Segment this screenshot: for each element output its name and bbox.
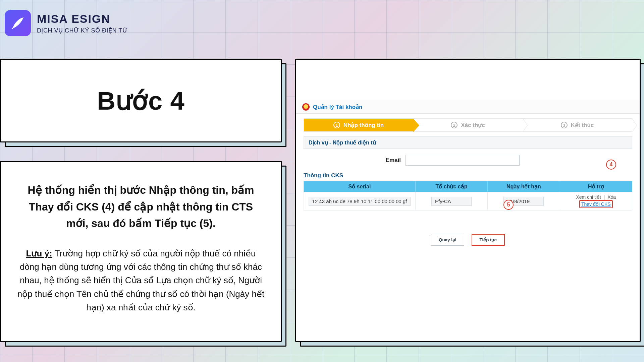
service-header: Dịch vụ - Nộp thuế điện tử xyxy=(304,136,632,149)
note-label: Lưu ý: xyxy=(26,248,52,258)
step-title-card: Bước 4 xyxy=(0,59,282,142)
step-label-1: Nhập thông tin xyxy=(343,122,384,129)
brand-tagline: DỊCH VỤ CHỮ KÝ SỐ ĐIỆN TỬ xyxy=(37,27,127,34)
step-number-1: 1 xyxy=(333,122,340,128)
quill-icon xyxy=(9,15,26,32)
panel-title: Quản lý Tài khoản xyxy=(313,104,363,111)
step-label-3: Kết thúc xyxy=(571,122,594,129)
col-serial: Số serial xyxy=(304,181,416,192)
email-label: Email xyxy=(381,157,401,164)
brand-logo xyxy=(5,10,31,36)
brand-name: MISA ESIGN xyxy=(37,12,127,25)
link-delete[interactable]: Xóa xyxy=(607,194,616,200)
tax-portal: Quản lý Tài khoản 1 Nhập thông tin 2 Xác… xyxy=(296,60,640,246)
col-issuer: Tổ chức cấp xyxy=(415,181,487,192)
step-title: Bước 4 xyxy=(97,86,185,116)
back-button[interactable]: Quay lại xyxy=(431,234,464,246)
link-view-detail[interactable]: Xem chi tiết xyxy=(576,194,601,200)
support-links: Xem chi tiết | Xóa Thay đổi CKS xyxy=(563,194,629,208)
email-input[interactable] xyxy=(406,155,520,166)
breadcrumb-step-3[interactable]: 3 Kết thúc xyxy=(523,119,632,131)
step-note: Lưu ý: Trường hợp chữ ký số của người nộ… xyxy=(16,247,265,314)
callout-4: 4 xyxy=(606,160,616,170)
cks-heading: Thông tin CKS xyxy=(304,172,632,179)
step-body-card: Hệ thống hiển thị bước Nhập thông tin, b… xyxy=(0,161,282,342)
panel-title-bar: Quản lý Tài khoản xyxy=(296,100,640,114)
cks-table: Số serial Tổ chức cấp Ngày hết hạn Hỗ tr… xyxy=(304,181,632,210)
separator: | xyxy=(602,194,606,200)
note-body: Trường hợp chữ ký số của người nộp thuế … xyxy=(17,248,264,312)
screenshot-card: Quản lý Tài khoản 1 Nhập thông tin 2 Xác… xyxy=(295,59,641,342)
link-change-cks[interactable]: Thay đổi CKS xyxy=(579,200,613,208)
button-row: Quay lại Tiếp tục xyxy=(296,234,640,246)
callout-5: 5 xyxy=(503,200,514,210)
breadcrumb: 1 Nhập thông tin 2 Xác thực 3 Kết thúc xyxy=(304,118,632,132)
step-label-2: Xác thực xyxy=(461,122,485,129)
step-number-3: 3 xyxy=(561,122,568,128)
emblem-icon xyxy=(302,103,310,111)
table-row: 12 43 ab 6c de 78 9h 10 11 00 00 00 00 g… xyxy=(304,192,632,210)
breadcrumb-step-1[interactable]: 1 Nhập thông tin xyxy=(304,119,413,131)
step-instruction: Hệ thống hiển thị bước Nhập thông tin, b… xyxy=(16,182,265,232)
brand-block: MISA ESIGN DỊCH VỤ CHỮ KÝ SỐ ĐIỆN TỬ xyxy=(5,10,127,36)
step-number-2: 2 xyxy=(451,122,458,128)
cell-issuer: Efy-CA xyxy=(431,197,472,206)
brand-text: MISA ESIGN DỊCH VỤ CHỮ KÝ SỐ ĐIỆN TỬ xyxy=(37,12,127,34)
cell-serial: 12 43 ab 6c de 78 9h 10 11 00 00 00 00 g… xyxy=(309,197,411,206)
email-row: Email xyxy=(304,155,632,166)
col-support: Hỗ trợ xyxy=(560,181,632,192)
next-button[interactable]: Tiếp tục xyxy=(472,234,505,246)
breadcrumb-step-2[interactable]: 2 Xác thực xyxy=(413,119,523,131)
col-expiry: Ngày hết hạn xyxy=(488,181,560,192)
